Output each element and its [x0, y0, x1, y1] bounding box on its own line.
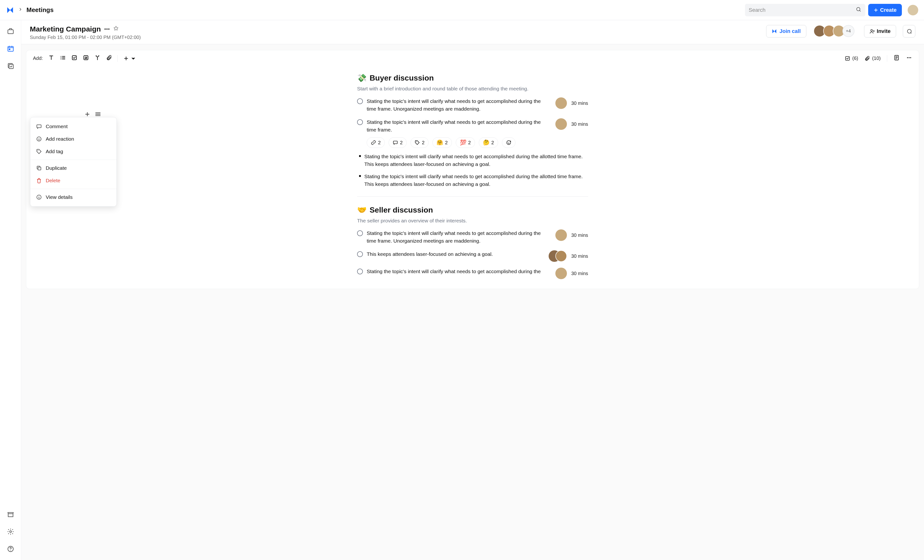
- menu-add-reaction[interactable]: Add reaction: [30, 133, 117, 145]
- tasks-icon[interactable]: [6, 61, 15, 70]
- radio-unchecked-icon[interactable]: [357, 251, 363, 257]
- page-more-icon[interactable]: •••: [104, 26, 110, 32]
- agenda-item[interactable]: Stating the topic's intent will clarify …: [357, 229, 588, 244]
- checkbox-tool-icon[interactable]: [71, 55, 78, 62]
- join-call-button[interactable]: Join call: [766, 25, 806, 37]
- attachment-count[interactable]: (10): [864, 55, 880, 61]
- agenda-duration: 30 mins: [571, 271, 588, 276]
- bullet-text[interactable]: Stating the topic's intent will clarify …: [364, 153, 588, 168]
- search-box[interactable]: [745, 4, 865, 16]
- agenda-text[interactable]: Stating the topic's intent will clarify …: [367, 97, 546, 112]
- menu-comment[interactable]: Comment: [30, 120, 117, 133]
- attendees-more-count[interactable]: +4: [842, 25, 855, 37]
- assignee-avatar[interactable]: [555, 268, 567, 279]
- briefcase-icon[interactable]: [6, 27, 15, 36]
- menu-duplicate[interactable]: Duplicate: [30, 162, 117, 174]
- invite-button[interactable]: Invite: [864, 25, 896, 37]
- emoji-pill[interactable]: 💯 2: [456, 137, 475, 148]
- svg-point-22: [37, 137, 41, 141]
- attachment-tool-icon[interactable]: [106, 55, 112, 62]
- section-desc[interactable]: The seller provides an overview of their…: [357, 218, 588, 224]
- note-details-icon[interactable]: [894, 55, 900, 62]
- radio-unchecked-icon[interactable]: [357, 269, 363, 274]
- radio-unchecked-icon[interactable]: [357, 119, 363, 125]
- app-logo[interactable]: [6, 6, 14, 14]
- svg-point-6: [10, 531, 12, 533]
- assignee-avatar[interactable]: [555, 97, 567, 109]
- agenda-text[interactable]: Stating the topic's intent will clarify …: [367, 118, 546, 133]
- menu-comment-label: Comment: [46, 124, 68, 129]
- agenda-item[interactable]: Stating the topic's intent will clarify …: [357, 268, 588, 279]
- agenda-item[interactable]: Stating the topic's intent will clarify …: [357, 97, 588, 112]
- tag-pill[interactable]: 2: [411, 137, 429, 148]
- section-title[interactable]: 💸 Buyer discussion: [357, 73, 588, 82]
- svg-point-9: [61, 56, 62, 57]
- store-icon[interactable]: [6, 510, 15, 519]
- svg-point-18: [907, 57, 908, 58]
- menu-delete[interactable]: Delete: [30, 174, 117, 187]
- bullet-text[interactable]: Stating the topic's intent will clarify …: [364, 173, 588, 188]
- add-reaction-pill[interactable]: [502, 137, 515, 148]
- agenda-text[interactable]: Stating the topic's intent will clarify …: [367, 229, 546, 244]
- agenda-text[interactable]: Stating the topic's intent will clarify …: [367, 268, 546, 275]
- chat-button[interactable]: [903, 25, 915, 37]
- emoji-pill[interactable]: 🤗 2: [432, 137, 452, 148]
- menu-add-reaction-label: Add reaction: [46, 136, 74, 142]
- breadcrumb-section[interactable]: Meetings: [27, 6, 54, 14]
- create-button[interactable]: Create: [868, 4, 902, 16]
- list-tool-icon[interactable]: [60, 55, 66, 62]
- svg-rect-2: [8, 46, 13, 51]
- emoji-glyph: 🤔: [483, 139, 489, 146]
- pill-count: 2: [491, 140, 494, 145]
- svg-point-15: [98, 55, 99, 56]
- checkbox-count[interactable]: (6): [844, 55, 858, 61]
- svg-point-19: [909, 57, 910, 58]
- svg-point-32: [508, 142, 508, 142]
- toolbar-add-label: Add:: [33, 55, 43, 61]
- branch-tool-icon[interactable]: [94, 55, 100, 62]
- assignee-avatar[interactable]: [555, 229, 567, 241]
- settings-icon[interactable]: [6, 527, 15, 536]
- menu-add-tag[interactable]: Add tag: [30, 145, 117, 158]
- assignee-avatar[interactable]: [555, 250, 567, 262]
- svg-point-25: [38, 150, 39, 151]
- emoji-pill[interactable]: 🤔 2: [479, 137, 498, 148]
- agenda-text[interactable]: This keeps attendees laser-focused on ac…: [367, 250, 539, 258]
- current-user-avatar[interactable]: [908, 5, 918, 15]
- menu-separator: [30, 160, 117, 160]
- section-title[interactable]: 🤝 Seller discussion: [357, 205, 588, 214]
- agenda-item[interactable]: Stating the topic's intent will clarify …: [357, 118, 588, 133]
- attendees-stack[interactable]: +4: [816, 25, 855, 37]
- menu-view-details-label: View details: [46, 194, 73, 200]
- svg-rect-29: [393, 141, 398, 144]
- agenda-duration: 30 mins: [571, 121, 588, 127]
- join-call-label: Join call: [779, 28, 801, 34]
- section-desc[interactable]: Start with a brief introduction and roun…: [357, 86, 588, 91]
- bullet-dot-icon: [359, 175, 361, 177]
- text-tool-icon[interactable]: [48, 55, 54, 62]
- checkbox-count-label: (6): [852, 55, 858, 61]
- add-more-dropdown[interactable]: [123, 55, 136, 61]
- pill-count: 2: [422, 140, 424, 145]
- menu-view-details[interactable]: View details: [30, 191, 117, 204]
- bullet-item[interactable]: Stating the topic's intent will clarify …: [357, 173, 588, 188]
- svg-rect-3: [9, 49, 10, 50]
- comment-pill[interactable]: 2: [388, 137, 406, 148]
- bullet-item[interactable]: Stating the topic's intent will clarify …: [357, 153, 588, 168]
- poll-tool-icon[interactable]: [83, 55, 89, 62]
- radio-unchecked-icon[interactable]: [357, 98, 363, 104]
- agenda-item[interactable]: This keeps attendees laser-focused on ac…: [357, 250, 588, 262]
- search-input[interactable]: [749, 7, 854, 13]
- svg-point-24: [39, 138, 40, 139]
- more-icon[interactable]: [906, 55, 912, 62]
- search-icon[interactable]: [856, 6, 861, 13]
- menu-duplicate-label: Duplicate: [46, 165, 67, 171]
- link-pill[interactable]: 2: [367, 137, 385, 148]
- assignee-avatar[interactable]: [555, 118, 567, 130]
- calendar-icon[interactable]: [6, 44, 15, 53]
- svg-rect-21: [37, 125, 41, 128]
- svg-point-8: [871, 30, 872, 31]
- help-icon[interactable]: [6, 545, 15, 553]
- star-icon[interactable]: [113, 25, 119, 33]
- radio-unchecked-icon[interactable]: [357, 231, 363, 236]
